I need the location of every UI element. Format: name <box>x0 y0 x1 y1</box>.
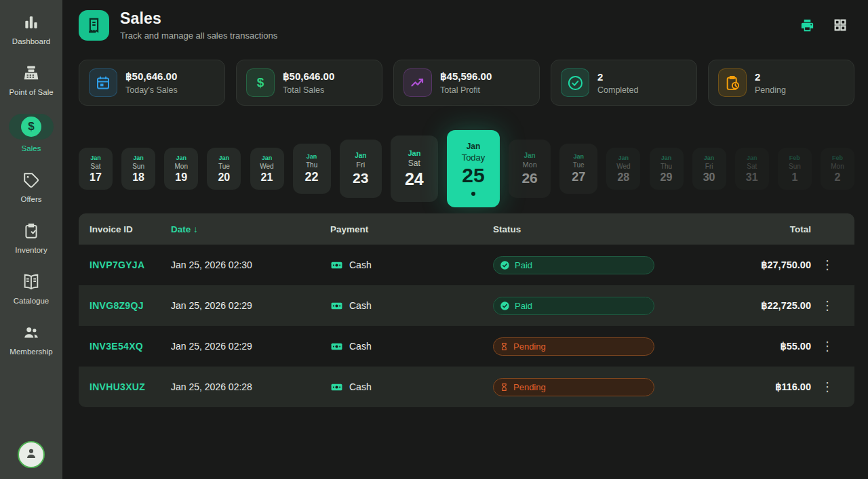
stat-label: Total Profit <box>440 85 492 95</box>
date-card-jan-26[interactable]: Jan Mon 26 <box>509 140 551 198</box>
row-menu-button[interactable]: ⋮ <box>811 299 844 312</box>
header-status[interactable]: Status <box>493 224 734 234</box>
date-card-jan-25[interactable]: Jan Today 25 <box>447 130 500 207</box>
selected-day-dot <box>471 192 475 196</box>
sort-down-icon: ↓ <box>193 224 198 234</box>
date-card-jan-22[interactable]: Jan Thu 22 <box>293 144 331 194</box>
sidebar-item-dashboard[interactable]: Dashboard <box>12 12 50 45</box>
table-row[interactable]: INVG8Z9QJ Jan 25, 2026 02:29 Cash Paid ฿… <box>79 285 854 326</box>
date-dayname: Tue <box>573 161 585 169</box>
date-number: 1 <box>791 171 797 184</box>
sidebar-item-label: Point of Sale <box>9 88 53 96</box>
payment-method: Cash <box>349 341 372 352</box>
date-number: 28 <box>617 171 629 184</box>
table-row[interactable]: INV3E54XQ Jan 25, 2026 02:29 Cash Pendin… <box>79 326 854 367</box>
sidebar-item-inventory[interactable]: Inventory <box>15 221 47 254</box>
invoice-id-link[interactable]: INVP7GYJA <box>90 259 171 270</box>
user-avatar[interactable] <box>18 441 45 468</box>
date-month: Jan <box>408 149 420 157</box>
dollar-circle-icon: $ <box>9 114 54 140</box>
stat-label: Total Sales <box>283 85 334 95</box>
header-invoice-id[interactable]: Invoice ID <box>90 224 171 234</box>
date-dayname: Thu <box>306 161 317 169</box>
status-label: Pending <box>513 341 546 352</box>
receipt-icon <box>79 10 109 41</box>
date-carousel: Jan Sat 17 Jan Sun 18 Jan Mon 19 Jan Tue… <box>79 127 854 210</box>
header-total[interactable]: Total <box>734 224 811 234</box>
row-date: Jan 25, 2026 02:29 <box>171 341 330 352</box>
date-month: Jan <box>618 154 629 161</box>
date-card-jan-18[interactable]: Jan Sun 18 <box>121 148 155 190</box>
stat-card-completed: 2 Completed <box>551 60 697 106</box>
sidebar-item-label: Catalogue <box>14 297 49 305</box>
date-month: Jan <box>704 154 715 161</box>
row-total: ฿116.00 <box>734 381 811 392</box>
sidebar-item-offers[interactable]: Offers <box>20 170 41 203</box>
date-month: Jan <box>355 152 366 159</box>
trend-up-icon <box>403 68 432 97</box>
invoice-id-link[interactable]: INV3E54XQ <box>90 341 171 352</box>
date-card-feb-2[interactable]: Feb Mon 2 <box>821 148 854 190</box>
invoice-id-link[interactable]: INVG8Z9QJ <box>90 300 171 311</box>
clipboard-check-icon <box>21 221 41 241</box>
status-badge: Paid <box>493 256 654 274</box>
status-badge: Paid <box>493 297 654 315</box>
sidebar-item-membership[interactable]: Membership <box>9 322 52 356</box>
date-card-jan-27[interactable]: Jan Tue 27 <box>559 144 597 194</box>
sidebar-item-catalogue[interactable]: Catalogue <box>14 272 49 305</box>
page-title: Sales <box>120 9 277 28</box>
date-number: 29 <box>660 171 673 184</box>
sidebar-item-label: Offers <box>20 195 41 203</box>
sidebar: Dashboard Point of Sale $ Sales Offers I… <box>0 0 62 479</box>
date-card-jan-29[interactable]: Jan Thu 29 <box>650 148 684 190</box>
sidebar-item-sales[interactable]: $ Sales <box>9 114 54 152</box>
sidebar-item-label: Sales <box>22 144 41 152</box>
date-card-jan-17[interactable]: Jan Sat 17 <box>79 148 113 190</box>
page-header: Sales Track and manage all sales transac… <box>79 9 854 41</box>
sidebar-item-point-of-sale[interactable]: Point of Sale <box>9 63 53 96</box>
table-header: Invoice ID Date ↓ Payment Status Total <box>79 213 854 245</box>
date-month: Feb <box>832 154 843 161</box>
date-dayname: Mon <box>175 163 188 170</box>
date-card-jan-28[interactable]: Jan Wed 28 <box>606 148 640 190</box>
stat-card-pending: 2 Pending <box>708 60 854 106</box>
date-dayname: Mon <box>831 163 844 170</box>
date-card-feb-1[interactable]: Feb Sun 1 <box>778 148 812 190</box>
row-total: ฿27,750.00 <box>734 259 811 270</box>
date-month: Jan <box>661 154 672 161</box>
date-month: Jan <box>524 152 536 159</box>
stat-label: Pending <box>755 85 786 95</box>
main-content: Sales Track and manage all sales transac… <box>62 0 868 479</box>
status-badge: Pending <box>493 337 654 356</box>
date-card-jan-30[interactable]: Jan Fri 30 <box>692 148 726 190</box>
header-payment[interactable]: Payment <box>330 224 493 234</box>
print-button[interactable] <box>800 18 815 33</box>
table-row[interactable]: INVHU3XUZ Jan 25, 2026 02:28 Cash Pendin… <box>79 367 854 407</box>
date-dayname: Fri <box>356 161 365 169</box>
row-menu-button[interactable]: ⋮ <box>811 381 844 393</box>
grid-view-button[interactable] <box>833 18 848 33</box>
header-date-sort[interactable]: Date ↓ <box>171 224 330 234</box>
date-month: Jan <box>176 154 186 161</box>
date-card-jan-20[interactable]: Jan Tue 20 <box>207 148 241 190</box>
date-card-jan-31[interactable]: Jan Sat 31 <box>735 148 769 190</box>
stat-value: ฿50,646.00 <box>125 70 178 83</box>
date-card-jan-21[interactable]: Jan Wed 21 <box>250 148 284 190</box>
row-date: Jan 25, 2026 02:30 <box>171 259 330 270</box>
date-number: 19 <box>175 171 187 184</box>
date-number: 2 <box>835 171 841 184</box>
date-dayname: Tue <box>218 163 230 170</box>
row-menu-button[interactable]: ⋮ <box>811 340 844 352</box>
table-row[interactable]: INVP7GYJA Jan 25, 2026 02:30 Cash Paid ฿… <box>79 245 854 285</box>
table-body: INVP7GYJA Jan 25, 2026 02:30 Cash Paid ฿… <box>79 245 854 407</box>
payment-method: Cash <box>349 300 372 311</box>
stat-value: ฿50,646.00 <box>283 70 334 83</box>
date-card-jan-19[interactable]: Jan Mon 19 <box>164 148 198 190</box>
row-menu-button[interactable]: ⋮ <box>811 259 844 271</box>
date-card-jan-24[interactable]: Jan Sat 24 <box>391 136 438 202</box>
stat-value: ฿45,596.00 <box>440 70 492 83</box>
title-block: Sales Track and manage all sales transac… <box>120 9 277 41</box>
date-card-jan-23[interactable]: Jan Fri 23 <box>340 140 382 198</box>
payment-method: Cash <box>349 381 372 392</box>
invoice-id-link[interactable]: INVHU3XUZ <box>90 381 171 392</box>
